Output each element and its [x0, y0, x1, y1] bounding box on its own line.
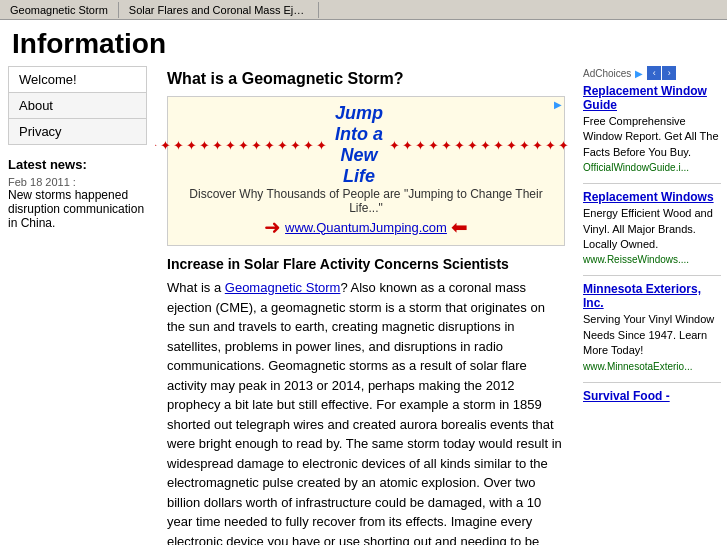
ad-column: AdChoices ▶ ‹ › Replacement Window Guide…: [577, 66, 727, 545]
ad-block-1-url[interactable]: OfficialWindowGuide.i...: [583, 162, 721, 173]
sidebar-nav: Welcome! About Privacy: [8, 66, 147, 145]
ad-divider-1: [583, 183, 721, 184]
ad-block-2-title[interactable]: Replacement Windows: [583, 190, 721, 204]
ad-block-3-text: Serving Your Vinyl Window Needs Since 19…: [583, 313, 714, 356]
ad-stars-left: ✦✦✦✦✦✦✦✦✦✦✦✦✦✦: [155, 138, 329, 153]
section1-heading: Increase in Solar Flare Activity Concern…: [167, 256, 565, 272]
ad-column-header: AdChoices ▶ ‹ ›: [583, 66, 721, 80]
ad-block-2-url[interactable]: www.ReisseWindows....: [583, 254, 721, 265]
ad-block-2: Replacement Windows Energy Efficient Woo…: [583, 190, 721, 265]
sidebar-news: Latest news: Feb 18 2011 : New storms ha…: [8, 157, 147, 230]
ad-block-1-text: Free Comprehensive Window Report. Get Al…: [583, 115, 719, 158]
sidebar-item-welcome[interactable]: Welcome!: [9, 67, 146, 93]
article-body-section1: What is a Geomagnetic Storm? Also known …: [167, 278, 565, 545]
ad-info-icon: ▶: [554, 99, 562, 110]
ad-arrow-row: ➜ www.QuantumJumping.com ⬅: [176, 215, 556, 239]
ad-block-2-text: Energy Efficient Wood and Vinyl. All Maj…: [583, 207, 713, 250]
ad-nav-arrows[interactable]: ‹ ›: [647, 66, 676, 80]
tab-geomagnetic[interactable]: Geomagnetic Storm: [0, 2, 119, 18]
ad-url-link[interactable]: www.QuantumJumping.com: [285, 220, 447, 235]
article-paragraph-1: What is a Geomagnetic Storm? Also known …: [167, 278, 565, 545]
ad-block-3-title[interactable]: Minnesota Exteriors, Inc.: [583, 282, 721, 310]
article-title: What is a Geomagnetic Storm?: [167, 66, 565, 88]
sidebar-news-text: New storms happened disruption communica…: [8, 188, 147, 230]
tab-solar[interactable]: Solar Flares and Coronal Mass Ejections: [119, 2, 319, 18]
sidebar-news-date: Feb 18 2011 :: [8, 176, 147, 188]
ad-title[interactable]: Jump Into a New Life: [335, 103, 383, 187]
ad-divider-3: [583, 382, 721, 383]
page-title: Information: [0, 20, 727, 66]
arrow-left-icon: ➜: [264, 215, 281, 239]
main-content: What is a Geomagnetic Storm? ▶ ✦✦✦✦✦✦✦✦✦…: [155, 66, 577, 545]
sidebar-item-about[interactable]: About: [9, 93, 146, 119]
arrow-right-icon: ⬅: [451, 215, 468, 239]
ad-subtitle: Discover Why Thousands of People are "Ju…: [176, 187, 556, 215]
ad-block-1-title[interactable]: Replacement Window Guide: [583, 84, 721, 112]
ad-choices-label: AdChoices: [583, 68, 631, 79]
ad-block-3: Minnesota Exteriors, Inc. Serving Your V…: [583, 282, 721, 371]
ad-block-1: Replacement Window Guide Free Comprehens…: [583, 84, 721, 173]
ad-block-4: Survival Food -: [583, 389, 721, 403]
ad-nav-prev[interactable]: ‹: [647, 66, 661, 80]
ad-stars-right: ✦✦✦✦✦✦✦✦✦✦✦✦✦✦: [389, 138, 571, 153]
sidebar-item-privacy[interactable]: Privacy: [9, 119, 146, 144]
ad-choices-icon: ▶: [635, 68, 643, 79]
ad-block-3-url[interactable]: www.MinnesotaExterio...: [583, 361, 721, 372]
sidebar: Welcome! About Privacy Latest news: Feb …: [0, 66, 155, 545]
ad-nav-next[interactable]: ›: [662, 66, 676, 80]
ad-divider-2: [583, 275, 721, 276]
ad-block-4-title[interactable]: Survival Food -: [583, 389, 721, 403]
ad-banner[interactable]: ▶ ✦✦✦✦✦✦✦✦✦✦✦✦✦✦ Jump Into a New Life ✦✦…: [167, 96, 565, 246]
geomagnetic-link[interactable]: Geomagnetic Storm: [225, 280, 341, 295]
sidebar-news-title: Latest news:: [8, 157, 147, 172]
